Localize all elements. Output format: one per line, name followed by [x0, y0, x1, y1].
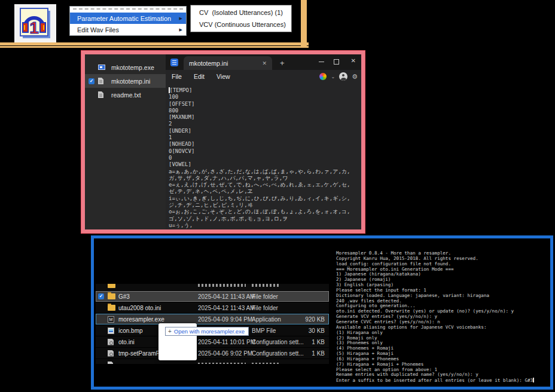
file-row-moresampler-exe[interactable]: Mmoresampler.exe2025-04-09 9:04 PMApplic…: [96, 314, 329, 324]
notepad-menubar-right: ⌄ ⚙: [319, 70, 358, 83]
context-submenu: CV (Isolated Utterances) (1)VCV (Continu…: [190, 5, 292, 32]
editor-line: 2: [169, 121, 359, 127]
drag-tooltip: + Open with moresampler.exe: [165, 327, 249, 336]
menu-tearoff-handle[interactable]: [70, 8, 186, 13]
file-icon-slot: [108, 339, 117, 345]
config-file-icon: [108, 339, 114, 345]
editor-line: i=ぃ,い,き,ぎ,し,じ,ち,ぢ,に,ひ,び,ぴ,み,り,ゐ,ィ,イ,キ,ギ,…: [169, 195, 359, 209]
console-line: Rename entries with duplicated name? (ye…: [336, 372, 549, 378]
file-name: utau2008 oto.ini: [118, 305, 197, 311]
file-type: File folder: [252, 305, 278, 311]
menu-item-1[interactable]: Edit Wav Files▶: [70, 24, 186, 35]
file-icon-slot: [108, 293, 117, 299]
notepad-main: mkototemp.ini ✕ + ✕ FileEditView ⌄ ⚙ [TE…: [166, 54, 361, 229]
sidebar-file-1[interactable]: ✓mkototemp.ini: [85, 74, 166, 88]
clipped-row-top: [96, 284, 329, 290]
file-icon-slot: [98, 78, 108, 84]
file-icon-slot: [108, 350, 117, 357]
partial-file-row[interactable]: [96, 359, 329, 364]
file-type: Application: [252, 316, 281, 323]
tearoff-dashed-line: [73, 8, 183, 10]
partial-file-row[interactable]: [96, 284, 329, 290]
submenu-item-0[interactable]: CV (Isolated Utterances) (1): [191, 7, 291, 19]
editor-line: [OFFSET]: [169, 101, 359, 108]
checked-checkbox[interactable]: ✓: [98, 293, 104, 299]
file-row-tmp-setparamplugin-ot[interactable]: tmp-setParamPlugin-ot2025-04-06 9:02 PMC…: [96, 348, 329, 359]
file-size: 30 KB: [309, 327, 325, 334]
notepad-tab-strip: mkototemp.ini ✕ + ✕: [166, 54, 361, 70]
clipped-text-smear: [252, 284, 279, 287]
clipped-text-smear: [252, 363, 279, 364]
moresampler-console[interactable]: Moresampler 0.8.4 - More than a resample…: [336, 251, 549, 384]
submenu-item-label: CV (Isolated Utterances) (1): [199, 9, 283, 16]
editor-line: [UNDER]: [169, 128, 359, 134]
clipped-text-smear: [198, 284, 246, 287]
sidebar-file-2[interactable]: readme.txt: [85, 88, 166, 102]
maximize-icon[interactable]: [334, 59, 339, 65]
editor-text-area[interactable]: [TEMPO]100[OFFSET]800[MAXNUM]2[UNDER]1[N…: [166, 83, 361, 229]
clipped-row-bottom: [96, 359, 329, 364]
file-date-modified: 2025-04-09 9:04 PM: [198, 316, 252, 323]
document-file-icon: [98, 78, 103, 84]
file-date-modified: 2025-04-11 10:01 PM: [198, 339, 255, 345]
file-list-sidebar: mkototemp.exe✓mkototemp.inireadme.txt: [85, 54, 166, 229]
utau-voicebank-icon: 1: [19, 7, 51, 41]
file-date-modified: 2025-04-12 11:43 AM: [198, 293, 255, 300]
editor-line: o=ぉ,お,こ,ご,そ,ぞ,と,ど,の,ほ,ぼ,ぽ,も,ょ,よ,ろ,を,ォ,オ,…: [169, 209, 359, 222]
submenu-arrow-icon: ▶: [179, 16, 182, 21]
checked-checkbox[interactable]: ✓: [89, 78, 94, 84]
menu-edit[interactable]: Edit: [188, 73, 211, 80]
submenu-item-1[interactable]: VCV (Continuous Utterances): [191, 19, 291, 30]
menu-item-0[interactable]: Parameter Automatic Estimation▶: [70, 13, 186, 24]
close-icon[interactable]: ✕: [351, 57, 356, 64]
gear-icon[interactable]: ⚙: [352, 74, 358, 80]
file-size: 1 KB: [312, 350, 325, 357]
notepad-menu-items: FileEditView: [166, 73, 236, 80]
exe-file-icon: [98, 65, 105, 70]
file-icon-slot: [108, 305, 117, 311]
bitmap-image-icon: [108, 327, 114, 334]
file-name: moresampler.exe: [118, 316, 197, 323]
file-icon-slot: [108, 327, 117, 334]
menu-item-label: Parameter Automatic Estimation: [77, 15, 171, 22]
sidebar-file-name: mkototemp.exe: [111, 64, 154, 71]
application-icon: M: [108, 316, 114, 323]
file-row-utau2008-oto-ini[interactable]: utau2008 oto.ini2025-04-12 11:43 AMFile …: [96, 302, 329, 313]
tab-mkototemp-ini[interactable]: mkototemp.ini ✕: [184, 56, 272, 70]
utau-app-tile[interactable]: 1: [14, 4, 56, 44]
menu-item-label: Edit Wav Files: [77, 26, 119, 33]
notepad-app-icon: [170, 59, 178, 66]
folder-icon: [108, 284, 115, 288]
editor-line: 0: [169, 155, 359, 161]
copilot-icon[interactable]: [319, 73, 327, 80]
top-frame-horizontal-line: [0, 42, 309, 48]
file-icon-slot: [108, 362, 117, 365]
account-icon[interactable]: [339, 72, 347, 81]
file-row-g-3[interactable]: ✓G#32025-04-12 11:43 AMFile folder: [96, 291, 329, 302]
editor-line: u=ぅ,う,: [169, 222, 359, 229]
sidebar-file-0[interactable]: mkototemp.exe: [85, 60, 166, 74]
file-icon-slot: [108, 284, 117, 288]
file-size: 1 KB: [312, 339, 325, 345]
new-tab-icon[interactable]: +: [280, 59, 285, 68]
menu-file[interactable]: File: [166, 73, 188, 80]
file-row-oto-ini[interactable]: oto.ini2025-04-11 10:01 PMConfiguration …: [96, 336, 329, 347]
menu-view[interactable]: View: [211, 73, 236, 80]
file-type: Configuration sett...: [252, 339, 304, 345]
top-frame-vertical-line: [301, 0, 307, 48]
sidebar-file-name: readme.txt: [111, 91, 141, 99]
context-menu-items: Parameter Automatic Estimation▶Edit Wav …: [70, 13, 186, 35]
chevron-down-icon[interactable]: ⌄: [331, 74, 335, 79]
drag-plus-icon: +: [168, 328, 172, 335]
drag-tooltip-label: Open with moresampler.exe: [174, 328, 245, 335]
minimize-icon[interactable]: [319, 62, 324, 62]
editor-line: [NOHEAD]: [169, 141, 359, 148]
folder-icon: [108, 305, 115, 311]
editor-line: 100: [169, 94, 359, 100]
clipped-text-smear: [198, 363, 246, 364]
context-menu: Parameter Automatic Estimation▶Edit Wav …: [69, 6, 187, 36]
tab-close-icon[interactable]: ✕: [262, 60, 267, 66]
text-caret: [169, 87, 170, 93]
folder-icon: [108, 293, 115, 299]
screenshot-canvas: 1 Parameter Automatic Estimation▶Edit Wa…: [0, 0, 555, 392]
